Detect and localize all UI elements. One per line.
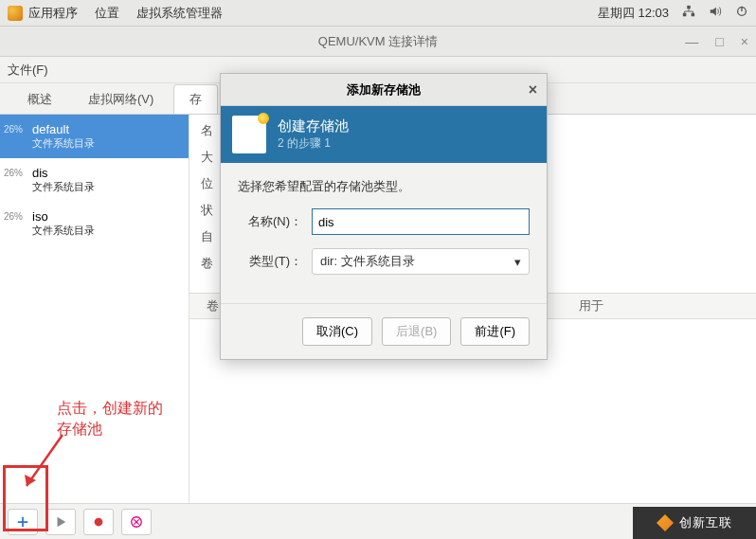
- forward-button[interactable]: 前进(F): [460, 317, 530, 346]
- window-close-button[interactable]: ×: [741, 34, 748, 49]
- svg-point-6: [95, 517, 103, 526]
- pool-item-iso[interactable]: 26% iso 文件系统目录: [0, 202, 189, 245]
- svg-marker-5: [58, 516, 66, 527]
- dialog-banner: 创建存储池 2 的步骤 1: [221, 106, 547, 163]
- record-icon: [92, 515, 105, 529]
- pool-type: 文件系统目录: [32, 180, 179, 194]
- system-tray: 星期四 12:03: [598, 5, 748, 22]
- delete-icon: [130, 515, 143, 529]
- window-title: QEMU/KVM 连接详情: [318, 33, 438, 50]
- col-volume: 卷: [207, 297, 219, 314]
- storage-pool-list: 26% default 文件系统目录 26% dis 文件系统目录 26% is…: [0, 115, 189, 503]
- pool-type: 文件系统目录: [32, 136, 179, 151]
- select-value: dir: 文件系统目录: [320, 253, 415, 270]
- pool-name: default: [32, 122, 179, 136]
- file-menu[interactable]: 文件(F): [8, 62, 48, 79]
- dialog-title: 添加新存储池: [347, 81, 421, 99]
- panel-menu-apps[interactable]: 应用程序: [28, 5, 78, 22]
- dialog-button-row: 取消(C) 后退(B) 前进(F): [221, 303, 547, 359]
- tab-overview[interactable]: 概述: [11, 84, 68, 114]
- start-pool-button[interactable]: [45, 509, 76, 535]
- panel-menu-virtmanager[interactable]: 虚拟系统管理器: [136, 5, 223, 22]
- network-icon[interactable]: [682, 5, 695, 21]
- window-titlebar: QEMU/KVM 连接详情 — □ ×: [0, 27, 756, 57]
- pool-usage-pct: 26%: [4, 124, 23, 135]
- pool-usage-pct: 26%: [4, 168, 23, 178]
- apps-icon: [8, 6, 23, 21]
- banner-heading: 创建存储池: [278, 117, 349, 135]
- pool-name: iso: [32, 209, 179, 224]
- system-top-panel: 应用程序 位置 虚拟系统管理器 星期四 12:03: [0, 0, 756, 27]
- panel-menu-places[interactable]: 位置: [95, 5, 119, 22]
- storage-pool-icon: [232, 116, 266, 153]
- name-label: 名称(N)：: [238, 213, 302, 230]
- plus-icon: [16, 515, 29, 529]
- add-pool-button[interactable]: [8, 509, 38, 535]
- pool-type: 文件系统目录: [32, 224, 179, 238]
- dialog-body: 选择您希望配置的存储池类型。 名称(N)： 类型(T)： dir: 文件系统目录…: [221, 163, 547, 303]
- tab-storage[interactable]: 存: [173, 84, 218, 114]
- dialog-titlebar: 添加新存储池 ×: [221, 74, 547, 106]
- pool-type-select[interactable]: dir: 文件系统目录 ▾: [312, 248, 530, 275]
- svg-rect-0: [687, 6, 691, 9]
- watermark: 创新互联: [633, 507, 756, 539]
- watermark-text: 创新互联: [679, 514, 732, 531]
- cancel-button[interactable]: 取消(C): [302, 317, 372, 346]
- tab-virtual-networks[interactable]: 虚拟网络(V): [72, 84, 170, 114]
- add-storage-pool-dialog: 添加新存储池 × 创建存储池 2 的步骤 1 选择您希望配置的存储池类型。 名称…: [220, 73, 548, 360]
- pool-usage-pct: 26%: [4, 211, 23, 222]
- dialog-close-button[interactable]: ×: [529, 81, 537, 99]
- clock: 星期四 12:03: [598, 5, 669, 22]
- svg-rect-2: [692, 13, 695, 17]
- pool-item-default[interactable]: 26% default 文件系统目录: [0, 115, 189, 158]
- back-button[interactable]: 后退(B): [382, 317, 451, 346]
- chevron-down-icon: ▾: [514, 255, 521, 269]
- stop-pool-button[interactable]: [83, 509, 114, 535]
- dialog-prompt: 选择您希望配置的存储池类型。: [238, 178, 530, 195]
- play-icon: [54, 515, 67, 529]
- pool-item-dis[interactable]: 26% dis 文件系统目录: [0, 158, 189, 202]
- power-icon[interactable]: [735, 5, 748, 21]
- delete-pool-button[interactable]: [121, 509, 152, 535]
- pool-name: dis: [32, 166, 179, 180]
- type-label: 类型(T)：: [238, 253, 302, 270]
- window-minimize-button[interactable]: —: [685, 34, 698, 49]
- svg-rect-1: [683, 13, 687, 17]
- banner-step: 2 的步骤 1: [278, 135, 349, 152]
- window-maximize-button[interactable]: □: [715, 34, 723, 49]
- watermark-icon: [657, 514, 674, 531]
- volume-icon[interactable]: [709, 5, 722, 21]
- pool-name-input[interactable]: [312, 208, 530, 235]
- col-used-by: 用于: [579, 297, 603, 314]
